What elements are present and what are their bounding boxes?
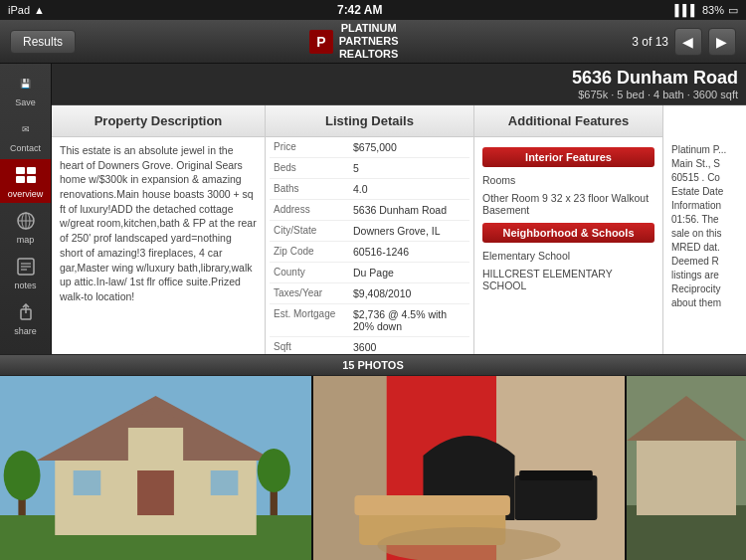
features-header: Additional Features: [474, 105, 662, 137]
save-icon: 💾: [10, 72, 42, 95]
other-room-text: Other Room 9 32 x 23 floor Walkout Basem…: [482, 189, 654, 219]
listing-table: Price $675,000 Beds 5 Baths 4.0 Addres: [270, 137, 469, 354]
panel-description: Property Description This estate is an a…: [52, 105, 266, 354]
content-wrapper: 5636 Dunham Road $675k · 5 bed · 4 bath …: [52, 64, 746, 354]
label-baths: Baths: [270, 179, 349, 200]
map-icon: [10, 209, 42, 233]
status-left: iPad ▲: [8, 4, 45, 16]
value-baths: 4.0: [349, 179, 469, 200]
photos-label: 15 PHOTOS: [342, 359, 404, 371]
share-label: share: [14, 326, 37, 336]
main-content: 💾 Save ✉ Contact overview: [0, 64, 746, 354]
neighborhood-button[interactable]: Neighborhood & Schools: [482, 223, 654, 243]
svg-rect-35: [354, 495, 509, 515]
wifi-icon: ▲: [34, 4, 45, 16]
logo-text: PLATINUM PARTNERS REALTORS: [339, 22, 399, 62]
school-label: Elementary School: [482, 247, 654, 265]
svg-point-24: [4, 451, 41, 500]
label-county: County: [270, 263, 349, 283]
label-taxes: Taxes/Year: [270, 283, 349, 304]
table-row: Taxes/Year $9,408/2010: [270, 283, 469, 304]
photo-1[interactable]: [0, 376, 311, 560]
panel-features: Additional Features Interior Features Ro…: [474, 105, 663, 354]
next-button[interactable]: ▶: [708, 28, 736, 56]
sidebar-contact[interactable]: ✉ Contact: [0, 113, 51, 157]
svg-rect-18: [128, 426, 183, 466]
panel-listing: Listing Details Price $675,000 Beds 5 Ba…: [266, 105, 474, 354]
description-header: Property Description: [52, 105, 265, 137]
pagination: 3 of 13 ◀ ▶: [632, 28, 736, 56]
contact-label: Contact: [10, 143, 41, 153]
value-citystate: Downers Grove, IL: [349, 221, 469, 242]
table-row: City/State Downers Grove, IL: [270, 221, 469, 242]
property-subtitle: $675k · 5 bed · 4 bath · 3600 sqft: [60, 89, 738, 100]
sidebar-share[interactable]: share: [0, 296, 51, 340]
table-row: Baths 4.0: [270, 179, 469, 200]
status-right: ▌▌▌ 83% ▭: [675, 4, 738, 17]
panels-row: Property Description This estate is an a…: [52, 105, 746, 354]
status-time: 7:42 AM: [337, 3, 383, 17]
sidebar-overview[interactable]: overview: [0, 159, 51, 203]
svg-rect-33: [519, 470, 593, 480]
table-row: Est. Mortgage $2,736 @ 4.5% with 20% dow…: [270, 304, 469, 337]
svg-point-26: [258, 449, 290, 492]
pagination-label: 3 of 13: [632, 35, 668, 49]
svg-rect-22: [137, 470, 174, 515]
extra-body: Platinum P... Main St., S 60515 . Co Est…: [663, 137, 746, 316]
signal-icon: ▌▌▌: [675, 4, 698, 16]
label-zip: Zip Code: [270, 242, 349, 263]
value-beds: 5: [349, 158, 469, 179]
sidebar-map[interactable]: map: [0, 205, 51, 249]
overview-icon: [10, 163, 42, 187]
photos-row: [0, 376, 746, 560]
label-beds: Beds: [270, 158, 349, 179]
panel-extra: Extra Platinum P... Main St., S 60515 . …: [663, 105, 746, 354]
label-sqft: Sqft: [270, 337, 349, 355]
label-mortgage: Est. Mortgage: [270, 304, 349, 337]
value-price: $675,000: [349, 137, 469, 158]
value-mortgage: $2,736 @ 4.5% with 20% down: [349, 304, 469, 337]
label-citystate: City/State: [270, 221, 349, 242]
table-row: Zip Code 60516-1246: [270, 242, 469, 263]
notes-icon: [10, 255, 42, 279]
overview-label: overview: [8, 189, 44, 199]
map-label: map: [17, 235, 35, 245]
prev-button[interactable]: ◀: [674, 28, 702, 56]
svg-rect-21: [211, 470, 239, 495]
svg-rect-0: [16, 167, 25, 174]
value-zip: 60516-1246: [349, 242, 469, 263]
share-icon: [10, 300, 42, 324]
sidebar-notes[interactable]: notes: [0, 251, 51, 294]
label-price: Price: [270, 137, 349, 158]
contact-icon: ✉: [10, 117, 42, 141]
notes-label: notes: [14, 280, 36, 290]
photos-bar: 15 PHOTOS: [0, 354, 746, 376]
value-address: 5636 Dunham Road: [349, 200, 469, 221]
save-label: Save: [15, 97, 36, 107]
interior-features-button[interactable]: Interior Features: [482, 147, 654, 167]
svg-rect-2: [16, 176, 25, 183]
property-header: 5636 Dunham Road $675k · 5 bed · 4 bath …: [52, 64, 746, 105]
school-name: HILLCREST ELEMENTARY SCHOOL: [482, 265, 654, 294]
rooms-label: Rooms: [482, 171, 654, 189]
photo-3[interactable]: [627, 376, 746, 560]
left-sidebar: 💾 Save ✉ Contact overview: [0, 64, 52, 354]
logo-letter: P: [309, 30, 333, 54]
back-button[interactable]: Results: [10, 30, 76, 54]
value-county: Du Page: [349, 263, 469, 283]
table-row: Address 5636 Dunham Road: [270, 200, 469, 221]
svg-rect-39: [637, 436, 736, 515]
battery-label: 83%: [702, 4, 724, 16]
description-body: This estate is an absolute jewel in the …: [52, 137, 265, 310]
features-body: Interior Features Rooms Other Room 9 32 …: [474, 137, 662, 300]
listing-body: Price $675,000 Beds 5 Baths 4.0 Addres: [266, 137, 473, 354]
sidebar-save[interactable]: 💾 Save: [0, 68, 51, 111]
value-taxes: $9,408/2010: [349, 283, 469, 304]
logo: P PLATINUM PARTNERS REALTORS: [309, 22, 399, 62]
photo-2[interactable]: [313, 376, 625, 560]
svg-rect-32: [515, 475, 598, 520]
table-row: Sqft 3600: [270, 337, 469, 355]
listing-header: Listing Details: [266, 105, 473, 137]
svg-rect-1: [27, 167, 36, 174]
property-title: 5636 Dunham Road: [60, 68, 738, 89]
